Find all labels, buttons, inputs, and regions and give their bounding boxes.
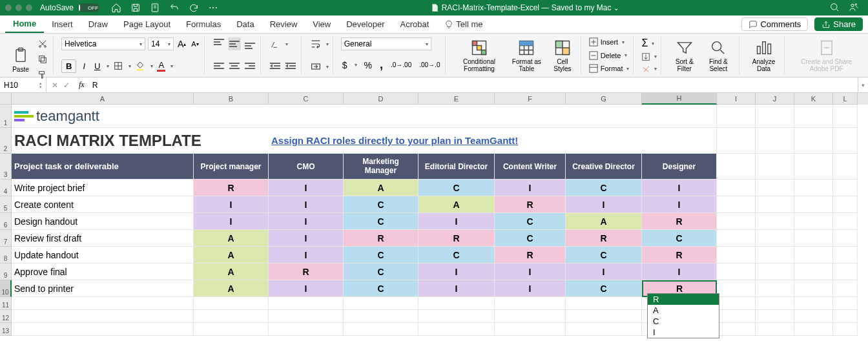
col-header[interactable]: F xyxy=(495,93,566,105)
increase-font-icon[interactable]: A▴ xyxy=(176,37,187,50)
name-box[interactable]: H10 ▴▾ xyxy=(0,77,46,92)
fill-color-icon[interactable] xyxy=(134,59,147,72)
dropdown-option[interactable]: C xyxy=(648,316,719,327)
insert-cells-button[interactable]: Insert▾ xyxy=(589,37,630,46)
raci-cell[interactable]: I xyxy=(566,263,642,280)
table-header[interactable]: Project task or deliverable xyxy=(12,154,194,180)
task-cell[interactable]: Create content xyxy=(12,196,194,213)
select-all-corner[interactable] xyxy=(0,93,12,105)
share-people-icon[interactable] xyxy=(849,2,859,14)
format-cells-button[interactable]: Format▾ xyxy=(589,64,630,73)
row-header[interactable]: 8 xyxy=(0,247,12,263)
increase-decimal-icon[interactable]: .0→.00 xyxy=(389,60,413,70)
percent-icon[interactable]: % xyxy=(362,59,373,72)
comments-button[interactable]: Comments xyxy=(741,17,808,31)
tab-data[interactable]: Data xyxy=(229,15,262,33)
cancel-formula-icon[interactable]: ✕ xyxy=(52,81,58,90)
raci-cell[interactable]: A xyxy=(194,263,269,280)
search-icon[interactable] xyxy=(829,2,840,14)
align-center-icon[interactable] xyxy=(228,60,241,73)
raci-cell[interactable]: C xyxy=(566,247,642,263)
autosave-toggle[interactable]: OFF xyxy=(78,3,99,12)
table-header[interactable]: Marketing Manager xyxy=(344,154,418,180)
raci-cell[interactable]: I xyxy=(642,180,717,196)
raci-cell[interactable]: I xyxy=(194,196,269,213)
wrap-text-icon[interactable] xyxy=(309,37,322,50)
home-icon[interactable] xyxy=(110,1,123,14)
underline-icon[interactable]: U xyxy=(92,60,103,72)
raci-cell[interactable]: I xyxy=(269,280,344,297)
tab-review[interactable]: Review xyxy=(262,15,305,33)
currency-icon[interactable]: $ xyxy=(341,59,349,72)
tab-developer[interactable]: Developer xyxy=(338,15,392,33)
cell-styles-button[interactable]: Cell Styles xyxy=(548,37,576,74)
raci-cell[interactable]: C xyxy=(495,230,566,247)
font-name-select[interactable]: Helvetica▾ xyxy=(61,37,145,50)
raci-cell[interactable]: I xyxy=(642,263,717,280)
raci-cell[interactable]: C xyxy=(344,247,418,263)
undo-icon[interactable] xyxy=(168,1,181,14)
bold-icon[interactable]: B xyxy=(61,59,76,73)
fx-icon[interactable]: fx xyxy=(75,80,88,90)
redo-icon[interactable] xyxy=(187,1,200,14)
row-header[interactable]: 9 xyxy=(0,263,12,280)
col-header[interactable]: J xyxy=(756,93,794,105)
row-header[interactable]: 4 xyxy=(0,180,12,196)
col-header[interactable]: D xyxy=(344,93,418,105)
formula-bar[interactable]: R xyxy=(88,81,858,90)
raci-cell[interactable]: A xyxy=(418,196,495,213)
conditional-formatting-button[interactable]: Conditional Formatting xyxy=(453,37,504,74)
comma-icon[interactable]: , xyxy=(378,57,384,73)
raci-cell[interactable]: I xyxy=(495,280,566,297)
raci-cell[interactable]: I xyxy=(642,196,717,213)
font-size-select[interactable]: 14▾ xyxy=(148,37,174,50)
raci-cell[interactable]: R xyxy=(418,230,495,247)
task-cell[interactable]: Write project brief xyxy=(12,180,194,196)
increase-indent-icon[interactable] xyxy=(284,60,297,73)
tab-tellme[interactable]: Tell me xyxy=(437,15,490,33)
table-header[interactable]: CMO xyxy=(269,154,344,180)
col-header[interactable]: A xyxy=(12,93,194,105)
merge-icon[interactable] xyxy=(309,60,322,73)
tab-view[interactable]: View xyxy=(305,15,338,33)
italic-icon[interactable]: I xyxy=(79,60,89,72)
align-left-icon[interactable] xyxy=(212,60,225,73)
raci-cell[interactable]: C xyxy=(642,230,717,247)
copy-icon[interactable] xyxy=(36,53,49,66)
delete-cells-button[interactable]: Delete▾ xyxy=(589,51,630,60)
raci-cell[interactable]: A xyxy=(194,247,269,263)
raci-cell[interactable]: C xyxy=(344,213,418,230)
borders-icon[interactable] xyxy=(112,59,125,72)
raci-cell[interactable]: R xyxy=(269,263,344,280)
row-header[interactable]: 7 xyxy=(0,230,12,247)
raci-cell[interactable]: C xyxy=(344,196,418,213)
dropdown-option[interactable]: R xyxy=(648,294,719,305)
col-header[interactable]: H xyxy=(642,93,717,105)
col-header[interactable]: L xyxy=(833,93,858,105)
raci-cell[interactable]: R xyxy=(642,213,717,230)
table-header[interactable]: Content Writer xyxy=(495,154,566,180)
tab-insert[interactable]: Insert xyxy=(44,15,81,33)
fill-button[interactable]: ▾ xyxy=(641,52,657,61)
raci-cell[interactable]: C xyxy=(344,280,418,297)
tab-draw[interactable]: Draw xyxy=(81,15,116,33)
align-middle-icon[interactable] xyxy=(228,37,241,50)
table-header[interactable]: Creative Director xyxy=(566,154,642,180)
row-header[interactable]: 1 xyxy=(0,105,12,128)
col-header[interactable]: K xyxy=(794,93,833,105)
row-header[interactable]: 2 xyxy=(0,128,12,154)
raci-cell[interactable]: I xyxy=(194,213,269,230)
orientation-icon[interactable] xyxy=(269,37,282,50)
raci-cell[interactable]: A xyxy=(194,230,269,247)
col-header[interactable]: I xyxy=(717,93,756,105)
raci-cell[interactable]: R xyxy=(344,230,418,247)
task-cell[interactable]: Send to printer xyxy=(12,280,194,297)
clear-button[interactable]: ▾ xyxy=(641,64,657,73)
raci-cell[interactable]: C xyxy=(566,280,642,297)
paste-button[interactable]: Paste xyxy=(8,45,34,74)
raci-cell[interactable]: I xyxy=(495,263,566,280)
align-top-icon[interactable] xyxy=(212,37,225,50)
task-cell[interactable]: Update handout xyxy=(12,247,194,263)
row-header[interactable]: 6 xyxy=(0,213,12,230)
tab-formulas[interactable]: Formulas xyxy=(178,15,229,33)
